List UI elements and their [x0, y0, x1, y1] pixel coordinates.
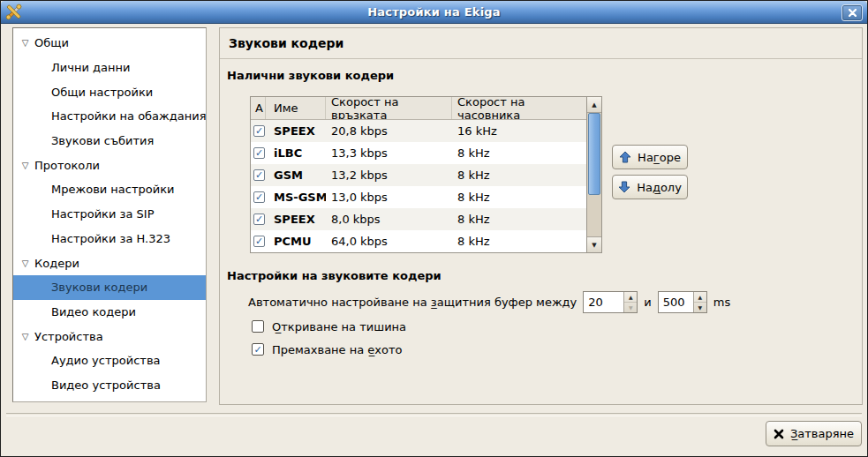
- echo-cancellation-checkbox[interactable]: ✓: [252, 343, 264, 356]
- spin-up-icon[interactable]: ▲: [624, 292, 637, 303]
- move-down-label: Над̲олу: [637, 181, 682, 194]
- codec-checkbox[interactable]: ✓: [253, 236, 265, 247]
- tree-label: Лични данни: [51, 61, 130, 74]
- sidebar-item-general-settings[interactable]: Общи настройки: [13, 79, 206, 104]
- close-icon: [849, 9, 857, 17]
- codec-clockrate: 8 kHz: [452, 169, 586, 182]
- move-down-button[interactable]: Над̲олу: [612, 175, 688, 199]
- codec-bitrate: 13,0 kbps: [326, 191, 452, 204]
- tools-icon: [5, 4, 22, 20]
- sidebar-group-protocols[interactable]: ▽ Протоколи: [13, 153, 206, 177]
- silence-detection-checkbox[interactable]: [252, 320, 264, 333]
- spin-down-icon[interactable]: ▼: [624, 303, 637, 312]
- arrow-down-icon: [618, 181, 630, 193]
- tree-label: Видео устройства: [51, 378, 161, 392]
- sidebar-group-codecs[interactable]: ▽ Кодери: [13, 251, 206, 275]
- jitter-min-spinner[interactable]: 20 ▲ ▼: [583, 291, 638, 313]
- jitter-min-value[interactable]: 20: [584, 292, 623, 312]
- codec-name: GSM: [266, 169, 326, 182]
- preferences-tree: ▽ Общи Лични данни Общи настройки Настро…: [12, 27, 207, 402]
- column-header-bitrate[interactable]: Скорост на връзката: [326, 97, 452, 119]
- expander-icon[interactable]: ▽: [19, 161, 32, 170]
- codec-checkbox[interactable]: ✓: [253, 191, 265, 203]
- footer-separator: [6, 413, 862, 416]
- codec-bitrate: 13,2 kbps: [326, 169, 452, 182]
- column-header-clockrate[interactable]: Скорост на часовника: [452, 97, 586, 119]
- available-codecs-title: Налични звукови кодери: [227, 69, 394, 82]
- table-row[interactable]: ✓ PCMU 64,0 kbps 8 kHz: [251, 230, 586, 252]
- codec-clockrate: 8 kHz: [452, 213, 586, 226]
- sidebar-group-devices[interactable]: ▽ Устройства: [13, 324, 206, 348]
- jitter-max-value[interactable]: 500: [659, 292, 693, 312]
- sidebar-item-sound-events[interactable]: Звукови събития: [13, 129, 206, 154]
- column-header-name[interactable]: Име: [266, 97, 326, 119]
- sidebar-item-personal-data[interactable]: Лични данни: [13, 56, 206, 80]
- expander-icon[interactable]: ▽: [19, 38, 32, 48]
- codec-name: MS-GSM: [266, 191, 326, 204]
- scroll-up-icon[interactable]: ▲: [587, 97, 601, 113]
- audio-codecs-panel: Звукови кодери Налични звукови кодери A …: [219, 27, 863, 405]
- tree-label: Общи: [34, 36, 69, 49]
- scrollbar-thumb[interactable]: [588, 113, 600, 195]
- table-header-row: A Име Скорост на връзката Скорост на час…: [251, 97, 586, 120]
- jitter-max-spinner[interactable]: 500 ▲ ▼: [658, 291, 707, 313]
- sidebar-item-audio-codecs[interactable]: Звукови кодери: [13, 275, 206, 300]
- tree-label: Видео кодери: [51, 305, 136, 318]
- codec-clockrate: 8 kHz: [452, 146, 586, 160]
- codec-clockrate: 8 kHz: [452, 191, 586, 204]
- table-row[interactable]: ✓ GSM 13,2 kbps 8 kHz: [251, 164, 586, 186]
- close-button[interactable]: З̲атваряне: [766, 421, 862, 446]
- sidebar-item-video-devices[interactable]: Видео устройства: [13, 373, 206, 398]
- window-title: Настройки на Ekiga: [1, 5, 867, 19]
- tree-label: Протоколи: [34, 159, 100, 172]
- table-row[interactable]: ✓ SPEEX 8,0 kbps 8 kHz: [251, 208, 586, 230]
- codec-name: iLBC: [266, 146, 326, 160]
- preferences-window: Настройки на Ekiga ▽ Общи Лични данни Об…: [0, 0, 868, 457]
- codec-name: SPEEX: [266, 213, 326, 226]
- expander-icon[interactable]: ▽: [19, 258, 32, 268]
- table-row[interactable]: ✓ SPEEX 20,8 kbps 16 kHz: [251, 120, 586, 142]
- codec-clockrate: 16 kHz: [452, 124, 586, 138]
- codec-name: PCMU: [266, 235, 326, 248]
- table-row[interactable]: ✓ MS-GSM 13,0 kbps 8 kHz: [251, 186, 586, 208]
- tree-label: Общи настройки: [51, 86, 153, 99]
- tree-label: Аудио устройства: [51, 354, 161, 367]
- sidebar-item-audio-devices[interactable]: Аудио устройства: [13, 348, 206, 373]
- codec-checkbox[interactable]: ✓: [253, 169, 265, 181]
- sidebar-item-call-options[interactable]: Настройки на обажданията: [13, 104, 206, 129]
- tree-label: Устройства: [34, 330, 103, 343]
- scroll-down-icon[interactable]: ▼: [587, 236, 601, 252]
- codec-clockrate: 8 kHz: [452, 235, 586, 248]
- sidebar-item-video-codecs[interactable]: Видео кодери: [13, 300, 206, 325]
- spin-up-icon[interactable]: ▲: [694, 292, 706, 303]
- arrow-up-icon: [619, 151, 631, 163]
- close-cross-icon: [774, 429, 784, 439]
- expander-icon[interactable]: ▽: [19, 332, 32, 341]
- move-up-button[interactable]: Наг̲оре: [612, 145, 688, 169]
- echo-cancellation-checkbox-row[interactable]: ✓ Премахване на е̲хото: [252, 342, 403, 356]
- table-row[interactable]: ✓ iLBC 13,3 kbps 8 kHz: [251, 142, 586, 164]
- codec-checkbox[interactable]: ✓: [253, 125, 265, 137]
- table-scrollbar[interactable]: ▲ ▼: [586, 97, 601, 252]
- codec-table: A Име Скорост на връзката Скорост на час…: [250, 96, 602, 253]
- window-close-button[interactable]: [842, 4, 863, 21]
- jitter-buffer-label: Автоматично настройване на з̲ащитния буф…: [248, 296, 577, 309]
- codec-name: SPEEX: [266, 124, 326, 138]
- close-button-label: З̲атваряне: [790, 427, 854, 440]
- spin-down-icon[interactable]: ▼: [694, 303, 706, 312]
- sidebar-item-h323-settings[interactable]: Настройки за H.323: [13, 227, 206, 251]
- codec-checkbox[interactable]: ✓: [253, 214, 265, 225]
- silence-detection-label: О̲ткриване на тишина: [272, 320, 406, 333]
- sidebar-item-sip-settings[interactable]: Настройки за SIP: [13, 202, 206, 227]
- page-title: Звукови кодери: [220, 28, 862, 59]
- tree-label: Звукови кодери: [51, 281, 147, 294]
- echo-cancellation-label: Премахване на е̲хото: [272, 343, 403, 356]
- sidebar-group-general[interactable]: ▽ Общи: [13, 31, 206, 56]
- silence-detection-checkbox-row[interactable]: О̲ткриване на тишина: [252, 319, 406, 333]
- titlebar[interactable]: Настройки на Ekiga: [1, 1, 867, 24]
- tree-label: Звукови събития: [51, 134, 154, 147]
- column-header-active[interactable]: A: [251, 97, 266, 119]
- sidebar-item-network-settings[interactable]: Мрежови настройки: [13, 177, 206, 202]
- codec-checkbox[interactable]: ✓: [253, 147, 265, 159]
- jitter-conjunction: и: [644, 296, 651, 309]
